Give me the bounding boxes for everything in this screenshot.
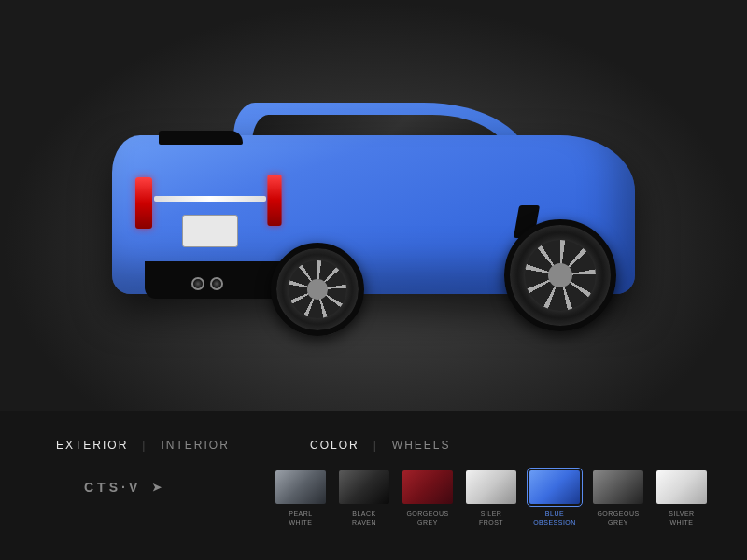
car-model <box>103 98 644 341</box>
swatch-label: GORGEOUSGREY <box>406 510 448 526</box>
configurator-panel: EXTERIOR | INTERIOR CTS·V ➤ COLOR | WHEE… <box>0 411 747 560</box>
swatch-preview <box>402 470 453 504</box>
swatch-preview <box>656 470 707 504</box>
tab-wheels[interactable]: WHEELS <box>392 439 451 452</box>
exhaust-tip <box>191 277 204 290</box>
view-tabs: EXTERIOR | INTERIOR <box>56 439 273 452</box>
swatch-preview <box>529 470 580 504</box>
swatch-preview <box>593 470 643 504</box>
tab-interior[interactable]: INTERIOR <box>161 439 229 452</box>
car-viewer[interactable] <box>0 0 747 411</box>
swatch-label: PEARLWHITE <box>289 510 312 526</box>
swatch-preview <box>466 470 516 504</box>
exhaust-tip <box>210 277 223 290</box>
color-swatch-2[interactable]: GORGEOUSGREY <box>400 470 456 526</box>
view-controls: EXTERIOR | INTERIOR CTS·V ➤ <box>56 439 273 495</box>
swatch-preview <box>275 470 326 504</box>
swatch-label: GORGEOUSGREY <box>597 510 639 526</box>
color-swatch-0[interactable]: PEARLWHITE <box>273 470 329 526</box>
wheel-rear <box>271 243 364 336</box>
color-swatch-5[interactable]: GORGEOUSGREY <box>590 470 646 526</box>
swatch-label: SILVERWHITE <box>669 510 694 526</box>
swatch-label: SILERFROST <box>479 510 503 526</box>
option-tabs: COLOR | WHEELS <box>310 439 710 452</box>
tab-exterior[interactable]: EXTERIOR <box>56 439 128 452</box>
trunk-trim <box>154 196 266 202</box>
wheel-front <box>504 219 616 331</box>
color-swatch-1[interactable]: BLACKRAVEN <box>336 470 392 526</box>
tab-color[interactable]: COLOR <box>310 439 359 452</box>
color-swatch-4[interactable]: BLUEOBSESSION <box>527 470 583 526</box>
swatch-label: BLUEOBSESSION <box>533 510 576 526</box>
car-spoiler <box>159 131 243 145</box>
taillight-right <box>267 175 281 226</box>
arrow-right-icon: ➤ <box>152 481 165 494</box>
divider-icon: | <box>374 439 378 452</box>
option-controls: COLOR | WHEELS PEARLWHITEBLACKRAVENGORGE… <box>273 439 710 526</box>
color-swatch-3[interactable]: SILERFROST <box>463 470 519 526</box>
taillight-left <box>135 177 152 229</box>
color-swatch-6[interactable]: SILVERWHITE <box>654 470 710 526</box>
swatch-label: BLACKRAVEN <box>352 510 376 526</box>
license-plate <box>182 215 238 247</box>
model-selector[interactable]: CTS·V ➤ <box>84 480 273 495</box>
model-name: CTS·V <box>84 480 141 495</box>
divider-icon: | <box>142 439 147 452</box>
swatch-preview <box>339 470 389 504</box>
color-swatches: PEARLWHITEBLACKRAVENGORGEOUSGREYSILERFRO… <box>273 470 710 526</box>
